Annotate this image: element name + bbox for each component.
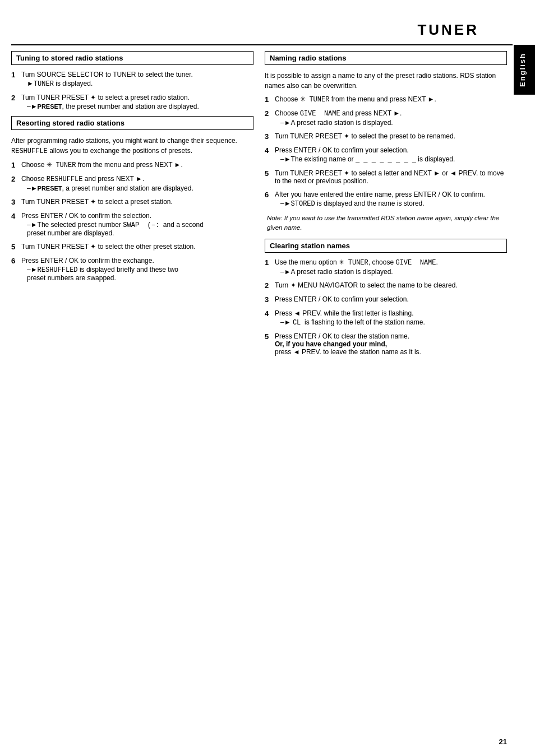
- step-number: 2: [265, 109, 275, 118]
- resorting-intro: After programming radio stations, you mi…: [11, 136, 253, 156]
- step-content: Turn TUNER PRESET ✦ to select a preset s…: [21, 198, 253, 206]
- step-content: Turn TUNER PRESET ✦ to select a preset r…: [21, 94, 253, 110]
- resorting-step-5: 5 Turn TUNER PRESET ✦ to select the othe…: [11, 243, 253, 251]
- step-result: –►RESHUFFLED is displayed briefly and th…: [21, 266, 253, 282]
- step-content: Turn TUNER PRESET ✦ to select a letter a…: [275, 169, 507, 185]
- naming-step-4: 4 Press ENTER / OK to confirm your selec…: [265, 146, 507, 164]
- resorting-step-4: 4 Press ENTER / OK to confirm the select…: [11, 212, 253, 237]
- naming-intro: It is possible to assign a name to any o…: [265, 71, 507, 91]
- section-naming: Naming radio stations It is possible to …: [265, 51, 507, 233]
- tuning-step-1: 1 Turn SOURCE SELECTOR to TUNER to selec…: [11, 71, 253, 88]
- section-naming-title: Naming radio stations: [270, 54, 347, 62]
- section-resorting-title-box: Resorting stored radio stations: [11, 116, 253, 130]
- section-clearing-title-box: Clearing station names: [265, 239, 507, 253]
- step-number: 1: [265, 95, 275, 104]
- step-result: –►PRESET, the preset number and station …: [21, 103, 253, 110]
- section-resorting-title: Resorting stored radio stations: [16, 119, 124, 127]
- naming-step-3: 3 Turn TUNER PRESET ✦ to select the pres…: [265, 132, 507, 141]
- clearing-step-4: 4 Press ◄ PREV. while the first letter i…: [265, 309, 507, 327]
- section-tuning: Tuning to stored radio stations 1 Turn S…: [11, 51, 253, 110]
- step-result: –►A preset radio station is displayed.: [275, 119, 507, 127]
- step-content: Press ENTER / OK to confirm your selecti…: [275, 295, 507, 303]
- step-number: 4: [265, 309, 275, 318]
- section-naming-title-box: Naming radio stations: [265, 51, 507, 65]
- step-content: Use the menu option ✳ TUNER, choose GIVE…: [275, 258, 507, 276]
- step-number: 4: [11, 212, 21, 220]
- step-content: Press ENTER / OK to confirm your selecti…: [275, 146, 507, 164]
- step-number: 2: [11, 94, 21, 102]
- naming-step-6: 6 After you have entered the entire name…: [265, 191, 507, 208]
- page-header: TUNER: [11, 11, 513, 45]
- naming-step-5: 5 Turn TUNER PRESET ✦ to select a letter…: [265, 169, 507, 185]
- step-number: 4: [265, 146, 275, 155]
- step-content: Choose RESHUFFLE and press NEXT ►. –►PRE…: [21, 175, 253, 192]
- step-number: 1: [11, 161, 21, 169]
- step-content: After you have entered the entire name, …: [275, 191, 507, 208]
- step-number: 3: [11, 198, 21, 206]
- step-result: –►A preset radio station is displayed.: [275, 268, 507, 276]
- naming-note: Note: If you want to use the transmitted…: [265, 214, 507, 233]
- step-content: Turn SOURCE SELECTOR to TUNER to select …: [21, 71, 253, 88]
- step-content: Turn TUNER PRESET ✦ to select the preset…: [275, 132, 507, 140]
- page: TUNER English Tuning to stored radio sta…: [0, 0, 535, 756]
- step-content: Turn TUNER PRESET ✦ to select the other …: [21, 243, 253, 251]
- step-result: –►STORED is displayed and the name is st…: [275, 200, 507, 208]
- step-number: 1: [265, 258, 275, 267]
- resorting-step-1: 1 Choose ✳ TUNER from the menu and press…: [11, 161, 253, 169]
- resorting-step-2: 2 Choose RESHUFFLE and press NEXT ►. –►P…: [11, 175, 253, 192]
- tuning-step-2: 2 Turn TUNER PRESET ✦ to select a preset…: [11, 94, 253, 110]
- step-number: 3: [265, 132, 275, 141]
- step-content: Press ENTER / OK to confirm the selectio…: [21, 212, 253, 237]
- clearing-step-3: 3 Press ENTER / OK to confirm your selec…: [265, 295, 507, 304]
- step-number: 2: [265, 281, 275, 290]
- language-tab: English: [514, 45, 535, 95]
- clearing-step-1: 1 Use the menu option ✳ TUNER, choose GI…: [265, 258, 507, 276]
- section-tuning-title-box: Tuning to stored radio stations: [11, 51, 253, 65]
- step-number: 6: [11, 257, 21, 265]
- step-content: Choose ✳ TUNER from the menu and press N…: [275, 95, 507, 104]
- resorting-step-3: 3 Turn TUNER PRESET ✦ to select a preset…: [11, 198, 253, 206]
- clearing-step-2: 2 Turn ✦ MENU NAVIGATOR to select the na…: [265, 281, 507, 290]
- clearing-step-5: 5 Press ENTER / OK to clear the station …: [265, 332, 507, 356]
- page-title: TUNER: [11, 21, 479, 39]
- section-clearing-title: Clearing station names: [270, 242, 350, 250]
- left-column: Tuning to stored radio stations 1 Turn S…: [11, 51, 253, 361]
- step-content: Press ENTER / OK to confirm the exchange…: [21, 257, 253, 282]
- section-clearing: Clearing station names 1 Use the menu op…: [265, 239, 507, 356]
- section-tuning-title: Tuning to stored radio stations: [16, 54, 123, 62]
- step-number: 5: [11, 243, 21, 251]
- or-bold: Or, if you have changed your mind,: [275, 340, 387, 348]
- step-result: –►The selected preset number SWAP (–: an…: [21, 221, 253, 237]
- step-number: 1: [11, 71, 21, 79]
- step-content: Press ENTER / OK to clear the station na…: [275, 332, 507, 356]
- step-content: Choose ✳ TUNER from the menu and press N…: [21, 161, 253, 169]
- step-result: –►The existing name or _ _ _ _ _ _ _ _ i…: [275, 155, 507, 164]
- step-number: 6: [265, 191, 275, 199]
- naming-step-1: 1 Choose ✳ TUNER from the menu and press…: [265, 95, 507, 104]
- step-number: 5: [265, 332, 275, 341]
- step-number: 5: [265, 169, 275, 178]
- resorting-step-6: 6 Press ENTER / OK to confirm the exchan…: [11, 257, 253, 282]
- step-content: Turn ✦ MENU NAVIGATOR to select the name…: [275, 281, 507, 289]
- step-result: ►TUNER is displayed.: [21, 80, 253, 88]
- step-number: 2: [11, 175, 21, 183]
- step-number: 3: [265, 295, 275, 304]
- right-column: Naming radio stations It is possible to …: [265, 51, 507, 361]
- step-result: –►PRESET, a preset number and station ar…: [21, 184, 253, 192]
- section-resorting: Resorting stored radio stations After pr…: [11, 116, 253, 282]
- main-content: Tuning to stored radio stations 1 Turn S…: [11, 51, 507, 361]
- step-result: –► CL is flashing to the left of the sta…: [275, 318, 507, 327]
- naming-step-2: 2 Choose GIVE NAME and press NEXT ►. –►A…: [265, 109, 507, 127]
- step-content: Press ◄ PREV. while the first letter is …: [275, 309, 507, 327]
- page-number: 21: [499, 738, 507, 746]
- step-content: Choose GIVE NAME and press NEXT ►. –►A p…: [275, 109, 507, 127]
